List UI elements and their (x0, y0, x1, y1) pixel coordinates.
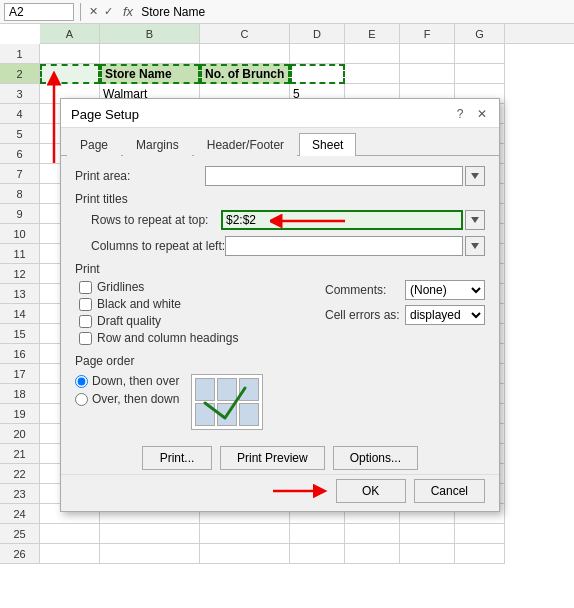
row-num-8[interactable]: 8 (0, 184, 40, 204)
rows-repeat-collapse-btn[interactable] (465, 210, 485, 230)
cell[interactable] (40, 544, 100, 564)
row-num-15[interactable]: 15 (0, 324, 40, 344)
ok-button[interactable]: OK (336, 479, 406, 503)
print-button[interactable]: Print... (142, 446, 212, 470)
draft-quality-checkbox[interactable] (79, 315, 92, 328)
cell-f2[interactable] (400, 64, 455, 84)
cell-c2[interactable]: No. of Brunch (200, 64, 290, 84)
row-num-11[interactable]: 11 (0, 244, 40, 264)
black-white-checkbox[interactable] (79, 298, 92, 311)
col-header-g[interactable]: G (455, 24, 505, 43)
down-then-over-label: Down, then over (92, 374, 179, 388)
cell-errors-row: Cell errors as: displayed (325, 305, 485, 325)
cell[interactable] (455, 544, 505, 564)
row-num-13[interactable]: 13 (0, 284, 40, 304)
tab-margins[interactable]: Margins (123, 133, 192, 156)
cell-b2[interactable]: Store Name (100, 64, 200, 84)
cell-a1[interactable] (40, 44, 100, 64)
print-area-input[interactable] (205, 166, 463, 186)
cell-g2[interactable] (455, 64, 505, 84)
row-num-19[interactable]: 19 (0, 404, 40, 424)
row-num-16[interactable]: 16 (0, 344, 40, 364)
print-preview-button[interactable]: Print Preview (220, 446, 325, 470)
row-num-2[interactable]: 2 (0, 64, 40, 84)
cell-e1[interactable] (345, 44, 400, 64)
row-num-18[interactable]: 18 (0, 384, 40, 404)
down-then-over-radio[interactable] (75, 375, 88, 388)
row-num-14[interactable]: 14 (0, 304, 40, 324)
dialog-primary-buttons: OK Cancel (61, 474, 499, 511)
row-num-6[interactable]: 6 (0, 144, 40, 164)
row-num-20[interactable]: 20 (0, 424, 40, 444)
cancel-icon[interactable]: ✕ (87, 5, 100, 18)
row-num-25[interactable]: 25 (0, 524, 40, 544)
cell[interactable] (290, 524, 345, 544)
cell-d1[interactable] (290, 44, 345, 64)
cell[interactable] (345, 544, 400, 564)
cell[interactable] (200, 524, 290, 544)
row-num-26[interactable]: 26 (0, 544, 40, 564)
tab-headerfooter[interactable]: Header/Footer (194, 133, 297, 156)
page-order-section: Down, then over Over, then down (75, 374, 485, 430)
row-num-17[interactable]: 17 (0, 364, 40, 384)
cell[interactable] (200, 544, 290, 564)
print-area-collapse-btn[interactable] (465, 166, 485, 186)
row-num-1[interactable]: 1 (0, 44, 40, 64)
row-num-5[interactable]: 5 (0, 124, 40, 144)
cell[interactable] (40, 524, 100, 544)
confirm-icon[interactable]: ✓ (102, 5, 115, 18)
cell-e2[interactable] (345, 64, 400, 84)
row-num-23[interactable]: 23 (0, 484, 40, 504)
cell[interactable] (400, 544, 455, 564)
cell[interactable] (100, 544, 200, 564)
cell-b1[interactable] (100, 44, 200, 64)
formula-input[interactable] (141, 3, 570, 21)
cell[interactable] (345, 524, 400, 544)
row-num-12[interactable]: 12 (0, 264, 40, 284)
cancel-button[interactable]: Cancel (414, 479, 485, 503)
col-header-e[interactable]: E (345, 24, 400, 43)
cols-repeat-input[interactable] (225, 236, 463, 256)
row-num-9[interactable]: 9 (0, 204, 40, 224)
tab-page[interactable]: Page (67, 133, 121, 156)
row-num-24[interactable]: 24 (0, 504, 40, 524)
row-col-headings-checkbox[interactable] (79, 332, 92, 345)
row-num-4[interactable]: 4 (0, 104, 40, 124)
page-order-arrow-icon (200, 383, 250, 423)
col-header-a[interactable]: A (40, 24, 100, 43)
dialog-close-button[interactable]: ✕ (473, 105, 491, 123)
gridlines-checkbox[interactable] (79, 281, 92, 294)
cell-g1[interactable] (455, 44, 505, 64)
cell-d2[interactable] (290, 64, 345, 84)
rows-repeat-label: Rows to repeat at top: (91, 213, 221, 227)
rows-repeat-input[interactable] (221, 210, 463, 230)
options-button[interactable]: Options... (333, 446, 418, 470)
col-header-d[interactable]: D (290, 24, 345, 43)
table-row: 26 (0, 544, 574, 564)
cols-repeat-collapse-btn[interactable] (465, 236, 485, 256)
row-num-10[interactable]: 10 (0, 224, 40, 244)
cell[interactable] (100, 524, 200, 544)
row-num-21[interactable]: 21 (0, 444, 40, 464)
dialog-help-button[interactable]: ? (451, 105, 469, 123)
cell-ref-box[interactable] (4, 3, 74, 21)
tab-sheet[interactable]: Sheet (299, 133, 356, 156)
col-header-b[interactable]: B (100, 24, 200, 43)
col-header-f[interactable]: F (400, 24, 455, 43)
cell[interactable] (400, 524, 455, 544)
row-num-22[interactable]: 22 (0, 464, 40, 484)
cell-f1[interactable] (400, 44, 455, 64)
row-num-7[interactable]: 7 (0, 164, 40, 184)
comments-select[interactable]: (None) (405, 280, 485, 300)
over-then-down-radio[interactable] (75, 393, 88, 406)
cell[interactable] (455, 524, 505, 544)
dialog-titlebar: Page Setup ? ✕ (61, 99, 499, 128)
cell-a2[interactable] (40, 64, 100, 84)
row-num-3[interactable]: 3 (0, 84, 40, 104)
cell-errors-select[interactable]: displayed (405, 305, 485, 325)
draft-quality-row: Draft quality (79, 314, 309, 328)
cell-c1[interactable] (200, 44, 290, 64)
col-header-c[interactable]: C (200, 24, 290, 43)
table-row: 2 Store Name No. of Brunch (0, 64, 574, 84)
cell[interactable] (290, 544, 345, 564)
